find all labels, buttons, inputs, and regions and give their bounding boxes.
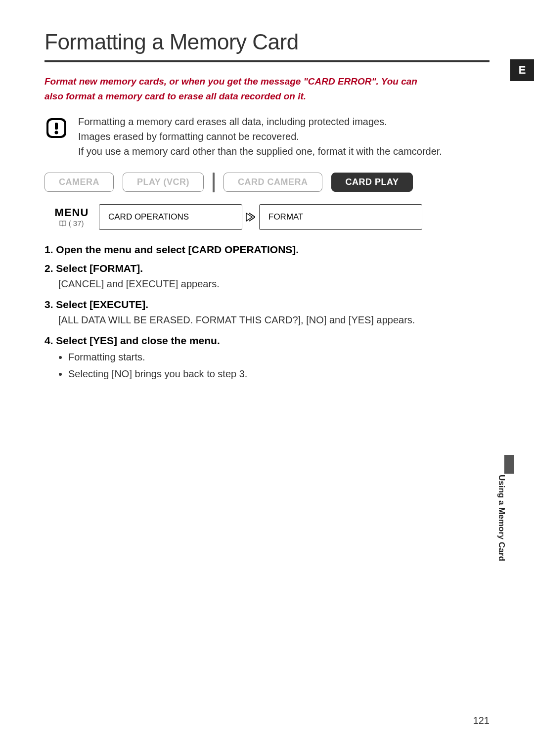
- menu-box-format: FORMAT: [259, 204, 422, 230]
- warning-line-2: Images erased by formatting cannot be re…: [78, 131, 299, 142]
- menu-box-card-operations: CARD OPERATIONS: [99, 204, 242, 230]
- steps: 1. Open the menu and select [CARD OPERAT…: [44, 244, 490, 382]
- step-4-title: 4. Select [YES] and close the menu.: [44, 335, 490, 347]
- step-4-bullet-1: Formatting starts.: [68, 349, 490, 365]
- warning-text: Formatting a memory card erases all data…: [78, 114, 462, 159]
- menu-word: MENU: [44, 206, 99, 219]
- mode-divider: [213, 173, 215, 192]
- step-1-title: 1. Open the menu and select [CARD OPERAT…: [44, 244, 490, 256]
- svg-point-3: [55, 131, 58, 134]
- warning-icon: [44, 116, 68, 140]
- menu-label: MENU ( 37): [44, 206, 99, 227]
- intro-text: Format new memory cards, or when you get…: [44, 74, 490, 104]
- step-3-body: [ALL DATA WILL BE ERASED. FORMAT THIS CA…: [58, 312, 490, 328]
- mode-play-vcr: PLAY (VCR): [123, 173, 204, 192]
- warning-line-3: If you use a memory card other than the …: [78, 146, 442, 157]
- arrow-icon: [244, 212, 255, 222]
- page-title: Formatting a Memory Card: [44, 30, 490, 62]
- language-tab: E: [510, 59, 534, 81]
- mode-row: CAMERA PLAY (VCR) CARD CAMERA CARD PLAY: [44, 173, 490, 192]
- section-label: Using a Memory Card: [496, 475, 506, 561]
- step-4-bullets: Formatting starts. Selecting [NO] brings…: [68, 349, 490, 382]
- mode-card-play: CARD PLAY: [331, 173, 413, 192]
- step-2-title: 2. Select [FORMAT].: [44, 263, 490, 274]
- side-bar: [504, 455, 514, 474]
- step-2-body: [CANCEL] and [EXECUTE] appears.: [58, 276, 490, 292]
- book-icon: [59, 219, 68, 227]
- step-4-bullet-2: Selecting [NO] brings you back to step 3…: [68, 365, 490, 382]
- menu-ref: ( 37): [44, 219, 99, 227]
- mode-card-camera: CARD CAMERA: [223, 173, 322, 192]
- mode-camera: CAMERA: [44, 173, 114, 192]
- warning-line-1: Formatting a memory card erases all data…: [78, 116, 387, 127]
- svg-rect-2: [55, 123, 58, 130]
- warning-block: Formatting a memory card erases all data…: [44, 114, 490, 159]
- menu-row: MENU ( 37) CARD OPERATIONS FORMAT: [44, 204, 490, 230]
- step-3-title: 3. Select [EXECUTE].: [44, 299, 490, 311]
- menu-ref-text: ( 37): [69, 219, 84, 227]
- page-number: 121: [473, 715, 490, 726]
